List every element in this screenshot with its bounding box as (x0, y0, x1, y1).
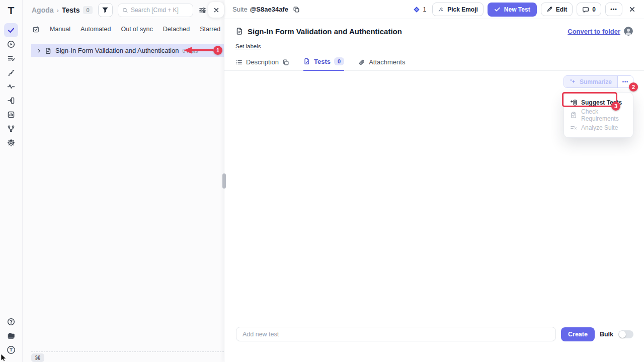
filter-tab-detached[interactable]: Detached (163, 26, 190, 33)
stairs-icon (7, 68, 15, 76)
app-root: T (0, 0, 644, 362)
sidebar-item-branches[interactable] (4, 122, 18, 136)
menu-item-label: Check Requirements (581, 108, 627, 122)
tab-description[interactable]: Description (235, 58, 289, 70)
panel-resize-handle[interactable] (222, 173, 226, 189)
comments-button[interactable]: 0 (577, 3, 601, 16)
menu-item-label: Analyze Suite (581, 124, 618, 131)
summarize-label: Summarize (580, 78, 612, 85)
chevron-right-icon[interactable] (36, 48, 42, 54)
suite-title-row: Sign-In Form Validation and Authenticati… (224, 19, 644, 36)
suite-file-icon (45, 47, 52, 54)
tests-count-badge: 0 (83, 6, 92, 14)
filter-button[interactable] (98, 3, 113, 17)
edit-button[interactable]: Edit (541, 3, 573, 16)
pick-emoji-label: Pick Emoji (447, 6, 478, 13)
menu-item-analyze-suite[interactable]: Analyze Suite (564, 121, 633, 134)
chat-icon (582, 6, 589, 13)
app-logo[interactable]: T (8, 5, 15, 17)
tab-attachments[interactable]: Attachments (358, 58, 405, 70)
play-circle-icon (7, 40, 15, 48)
new-test-label: New Test (504, 6, 530, 13)
help-button[interactable] (4, 315, 18, 329)
sidebar-item-plans[interactable] (4, 51, 18, 65)
filter-tab-starred[interactable]: Starred (200, 26, 220, 33)
gear-icon (7, 139, 15, 147)
detail-header: Suite @S8ae34afe 1 Pick Emoji New Test (224, 0, 644, 19)
sidebar-item-analytics[interactable] (4, 108, 18, 122)
header-more-button[interactable]: ••• (605, 3, 622, 16)
select-all-icon (32, 26, 40, 33)
tab-description-label: Description (246, 58, 279, 66)
tab-tests-badge: 0 (334, 57, 344, 65)
set-labels-link[interactable]: Set labels (235, 43, 261, 49)
pick-emoji-button[interactable]: Pick Emoji (432, 3, 484, 16)
brand-circle-icon: T (7, 345, 16, 354)
suite-type-label: Suite (232, 6, 248, 13)
avatar[interactable] (624, 27, 633, 36)
sidebar-item-pulse[interactable] (4, 79, 18, 94)
branch-icon (7, 125, 15, 133)
sidebar-item-runs[interactable] (4, 37, 18, 51)
close-panel-button[interactable] (208, 2, 224, 18)
add-test-input[interactable] (236, 327, 556, 341)
bulk-label: Bulk (600, 331, 613, 338)
bulk-toggle[interactable] (618, 330, 633, 338)
import-icon (7, 97, 15, 105)
copy-description-button[interactable] (282, 59, 289, 66)
suite-detail-panel: Suite @S8ae34afe 1 Pick Emoji New Test (224, 0, 644, 362)
new-test-button[interactable]: New Test (488, 3, 537, 17)
clipboard-check-icon (570, 112, 577, 119)
list-icon (235, 59, 243, 66)
add-test-footer: Create Bulk (224, 327, 644, 341)
annotation-step-2: 2 (629, 82, 638, 92)
sidebar-item-steps[interactable] (4, 65, 18, 79)
summarize-button[interactable]: Summarize (564, 76, 617, 87)
file-icon (303, 58, 310, 65)
projects-button[interactable] (4, 329, 18, 343)
close-detail-button[interactable] (628, 6, 636, 13)
sidebar-item-settings[interactable] (4, 136, 18, 150)
filter-tab-automated[interactable]: Automated (80, 26, 111, 33)
filter-tab-manual[interactable]: Manual (50, 26, 70, 33)
comments-count: 0 (592, 6, 596, 13)
tab-tests-label: Tests (314, 58, 331, 65)
search-input[interactable] (131, 7, 189, 14)
pulse-icon (7, 82, 15, 90)
svg-text:T: T (10, 347, 13, 352)
menu-item-check-requirements[interactable]: Check Requirements (564, 109, 633, 121)
annotation-arrow-1 (183, 47, 213, 54)
copy-suite-id-button[interactable] (293, 6, 300, 13)
annotation-step-3: 3 (611, 102, 620, 111)
tree-panel: Agoda › Tests 0 Manual Automated Out of … (23, 0, 224, 362)
toggle-knob (619, 331, 626, 338)
pencil-icon (546, 6, 553, 13)
convert-to-folder-link[interactable]: Convert to folder (568, 28, 620, 35)
left-rail: T (0, 0, 23, 362)
gem-count: 1 (423, 6, 426, 13)
command-key-badge: ⌘ (31, 353, 44, 362)
paperclip-icon (358, 59, 365, 66)
help-icon (7, 318, 15, 326)
filter-tab-out-of-sync[interactable]: Out of sync (121, 26, 152, 33)
select-all-button[interactable] (32, 26, 40, 33)
bar-chart-icon (7, 111, 15, 119)
suite-file-icon (235, 27, 244, 35)
breadcrumb-section[interactable]: Tests (62, 6, 80, 14)
list-check-icon (7, 54, 15, 62)
create-button[interactable]: Create (561, 327, 595, 341)
breadcrumb-project[interactable]: Agoda (32, 6, 54, 14)
sidebar-item-tests[interactable] (4, 23, 18, 37)
set-labels-row: Set labels (224, 36, 644, 50)
gem-icon (413, 6, 420, 13)
gem-counter[interactable]: 1 (413, 6, 426, 13)
sidebar-item-import[interactable] (4, 94, 18, 108)
tree-footer: ⌘ (31, 351, 224, 362)
breadcrumb-separator: › (57, 7, 59, 14)
tab-tests[interactable]: Tests 0 (303, 57, 344, 71)
view-options-button[interactable] (199, 7, 206, 14)
ellipsis-icon: ••• (610, 7, 617, 12)
search-box (118, 4, 193, 17)
tree-topbar: Agoda › Tests 0 (23, 0, 224, 20)
funnel-icon (102, 7, 109, 14)
